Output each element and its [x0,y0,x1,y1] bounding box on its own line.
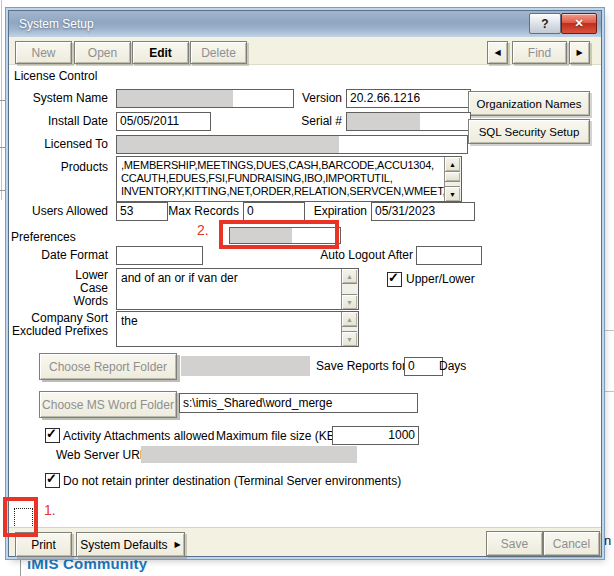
annotation-number-1: 1. [44,502,56,518]
up-arrow-icon: ▲ [449,161,456,168]
system-defaults-button[interactable]: System Defaults ▶ [76,532,185,557]
expiration-field[interactable]: 05/31/2023 [371,202,475,221]
redacted-value [117,90,233,107]
menu-arrow-icon: ▶ [175,540,181,549]
page-frame-line [20,556,21,576]
preferences-group-label: Preferences [11,230,76,244]
scroll-up-button[interactable]: ▲ [445,157,460,172]
printer-destination-checkbox[interactable]: ✓ [45,473,60,488]
company-sort-value: the [121,314,340,329]
products-textarea[interactable]: ,MEMBERSHIP,MEETINGS,DUES,CASH,BARCODE,A… [116,156,462,202]
help-button[interactable]: ? [529,13,561,34]
page-tick [0,100,7,101]
report-folder-redacted-field [181,356,310,376]
save-button[interactable]: Save [486,531,543,556]
new-button[interactable]: New [15,41,72,64]
close-icon: ✕ [574,17,583,30]
check-icon: ✓ [388,270,399,285]
left-arrow-icon: ◀ [494,48,500,57]
find-next-button[interactable]: ▶ [569,41,590,64]
redacted-value [117,136,339,153]
auto-logout-field[interactable] [416,246,482,265]
activity-attachments-checkbox[interactable]: ✓ [45,428,60,443]
install-date-field[interactable]: 05/05/2011 [116,112,211,131]
down-arrow-icon: ▼ [346,299,353,306]
scroll-up-button[interactable]: ▲ [342,312,357,327]
products-label: Products [9,160,108,174]
company-sort-textarea[interactable]: the ▲ ▼ [116,311,359,347]
licensed-to-field[interactable] [116,135,468,154]
save-reports-days-field[interactable]: 0 [404,357,443,376]
imis-community-heading[interactable]: iMIS Community [27,555,147,572]
products-line: ,MEMBERSHIP,MEETINGS,DUES,CASH,BARCODE,A… [121,159,443,172]
scroll-up-button[interactable]: ▲ [342,269,357,284]
upper-lower-checkbox[interactable]: ✓ [387,272,402,287]
scroll-down-button[interactable]: ▼ [342,331,357,346]
annotation-box-1 [3,497,38,537]
page-tick [0,147,7,148]
serial-number-field[interactable] [346,112,471,131]
page-tick [0,190,7,191]
web-server-url-redacted [141,446,357,463]
find-button[interactable]: Find [512,41,567,64]
annotation-number-2: 2. [197,222,209,238]
down-arrow-icon: ▼ [346,336,353,343]
check-icon: ✓ [46,471,57,486]
company-sort-label: Company Sort Excluded Prefixes [10,312,108,338]
install-date-label: Install Date [9,114,108,128]
close-button[interactable]: ✕ [561,13,597,34]
cancel-button[interactable]: Cancel [543,531,600,556]
sql-security-setup-button[interactable]: SQL Security Setup [468,119,590,144]
max-file-size-label: Maximum file size (KB) [216,429,339,443]
choose-report-folder-button[interactable]: Choose Report Folder [39,353,177,380]
up-arrow-icon: ▲ [346,273,353,280]
page-tick [605,330,614,331]
auto-logout-label: Auto Logout After [309,248,413,262]
licensed-to-label: Licensed To [9,137,108,151]
window-title: System Setup [19,17,94,31]
title-bar[interactable]: System Setup ? ✕ [9,11,601,37]
serial-number-label: Serial # [246,114,342,128]
version-label: Version [246,91,342,105]
edit-button[interactable]: Edit [132,41,189,64]
open-button[interactable]: Open [74,41,131,64]
company-sort-scrollbar[interactable]: ▲ ▼ [341,312,358,346]
down-arrow-icon: ▼ [449,191,456,198]
lower-case-scrollbar[interactable]: ▲ ▼ [341,269,358,309]
version-field[interactable]: 20.2.66.1216 [346,89,471,108]
page-tick [605,391,614,392]
upper-lower-label: Upper/Lower [406,272,475,286]
date-format-label: Date Format [9,248,108,262]
up-arrow-icon: ▲ [346,316,353,323]
products-scrollbar[interactable]: ▲ ▼ [444,157,461,201]
users-allowed-label: Users Allowed [9,204,108,218]
max-records-label: Max Records [159,204,239,218]
background-text-fragment: n [604,533,611,548]
scroll-down-button[interactable]: ▼ [445,186,460,201]
lower-case-words-textarea[interactable]: and of an or if van der ▲ ▼ [116,268,359,310]
expiration-label: Expiration [289,204,367,218]
ms-word-folder-field[interactable]: s:\imis_Shared\word_merge [179,393,418,413]
system-setup-dialog: System Setup ? ✕ New Open Edit Delete ◀ … [8,10,602,557]
lower-case-words-value: and of an or if van der [121,271,340,286]
check-icon: ✓ [46,426,57,441]
choose-ms-word-folder-button[interactable]: Choose MS Word Folder [39,391,177,418]
help-icon: ? [541,17,548,31]
lower-case-words-label: Lower Case Words [44,269,108,308]
organization-names-button[interactable]: Organization Names [468,91,590,116]
find-previous-button[interactable]: ◀ [487,41,508,64]
activity-attachments-label: Activity Attachments allowed [63,429,214,443]
system-name-label: System Name [9,91,108,105]
scroll-down-button[interactable]: ▼ [342,294,357,309]
max-file-size-field[interactable]: 1000 [332,426,419,445]
web-server-url-label: Web Server URL [56,448,146,462]
footer-bar: Print System Defaults ▶ Save Cancel [9,527,601,556]
redacted-value [347,113,420,130]
scrollbar-thumb[interactable] [445,172,460,182]
delete-button[interactable]: Delete [190,41,247,64]
annotation-box-2 [219,220,339,249]
toolbar: New Open Edit Delete ◀ Find ▶ [9,37,601,65]
date-format-field[interactable] [116,246,203,265]
products-line: INVENTORY,KITTING,NET,ORDER,RELATION,SER… [121,185,443,198]
right-arrow-icon: ▶ [576,48,582,57]
